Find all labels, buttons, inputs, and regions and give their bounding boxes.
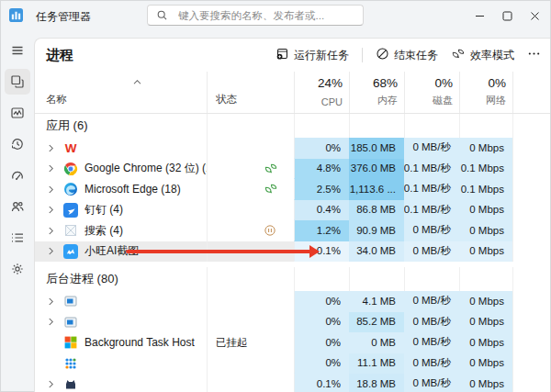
process-name-cell bbox=[35, 291, 207, 312]
sidebar-item-details[interactable] bbox=[5, 225, 30, 251]
network-value-cell: 0 Mbps bbox=[459, 353, 512, 375]
sidebar-item-services[interactable] bbox=[5, 256, 30, 282]
process-name-cell bbox=[35, 353, 207, 375]
pause-icon bbox=[264, 224, 276, 237]
toolbar-divider bbox=[362, 48, 363, 62]
process-name: 小旺AI截图 bbox=[84, 243, 139, 259]
expand-chevron-icon[interactable] bbox=[48, 246, 61, 256]
cpu-value-cell: 2.5% bbox=[294, 179, 349, 200]
sidebar-item-menu[interactable] bbox=[5, 38, 30, 63]
section-label: 应用 (6) bbox=[35, 114, 207, 138]
process-row[interactable]: 0%85.2 MB0 MB/秒0 Mbps bbox=[35, 312, 550, 333]
disk-value-cell: 0 MB/秒 bbox=[404, 138, 459, 159]
cpu-value-cell: 0% bbox=[294, 312, 349, 333]
column-name[interactable]: 名称 bbox=[35, 72, 207, 113]
close-button[interactable] bbox=[521, 1, 548, 30]
dark-icon bbox=[63, 376, 78, 391]
window-icon bbox=[63, 315, 78, 330]
edge-icon bbox=[63, 182, 78, 196]
minimize-button[interactable] bbox=[466, 1, 493, 30]
column-header: 名称 状态 24% CPU 68% 内存 0% 磁盘 0% 网络 bbox=[35, 72, 550, 114]
startup-icon bbox=[10, 168, 25, 183]
more-options-button[interactable] bbox=[527, 47, 541, 63]
users-icon bbox=[10, 199, 25, 214]
process-row[interactable]: Microsoft Edge (18)2.5%1,113.6 ...0.1 MB… bbox=[35, 179, 550, 200]
network-value-cell: 0.1 Mbps bbox=[459, 159, 512, 180]
process-status-cell bbox=[207, 220, 294, 241]
memory-value-cell: 185.0 MB bbox=[349, 138, 404, 159]
process-name-cell: 小旺AI截图 bbox=[35, 241, 207, 263]
expand-chevron-icon[interactable] bbox=[48, 297, 61, 307]
cpu-value-cell: 0.1% bbox=[294, 374, 349, 392]
process-row[interactable]: 0.1%18.8 MB0 MB/秒0 Mbps bbox=[35, 374, 550, 392]
sidebar-item-performance[interactable] bbox=[5, 100, 30, 126]
process-status-cell bbox=[207, 312, 294, 333]
sidebar-item-users[interactable] bbox=[5, 194, 30, 219]
expand-chevron-icon[interactable] bbox=[48, 379, 61, 389]
memory-total-percent: 68% bbox=[373, 76, 398, 90]
memory-value-cell: 1,113.6 ... bbox=[349, 179, 404, 200]
run-new-task-button[interactable]: 运行新任务 bbox=[276, 47, 349, 63]
leaf-icon bbox=[264, 183, 278, 196]
cpu-value-cell: 0.1% bbox=[294, 241, 349, 263]
network-value-cell: 0 Mbps bbox=[459, 138, 512, 159]
process-status-cell bbox=[207, 374, 294, 392]
end-task-button[interactable]: 结束任务 bbox=[376, 47, 438, 63]
expand-chevron-icon[interactable] bbox=[48, 317, 61, 327]
process-row[interactable]: 0%11.1 MB0 MB/秒0 Mbps bbox=[35, 353, 550, 375]
column-memory[interactable]: 68% 内存 bbox=[349, 72, 404, 113]
end-task-icon bbox=[376, 47, 389, 63]
process-table: 应用 (6)W0%185.0 MB0 MB/秒0 MbpsGoogle Chro… bbox=[35, 114, 550, 392]
process-row[interactable]: 搜索 (4)1.2%90.9 MB0 MB/秒0 Mbps bbox=[35, 220, 550, 241]
process-status-cell bbox=[207, 200, 294, 221]
details-icon bbox=[10, 230, 25, 245]
window-controls bbox=[466, 1, 548, 30]
process-row[interactable]: Background Task Host已挂起0%0 MB0 MB/秒0 Mbp… bbox=[35, 332, 550, 353]
column-spacer bbox=[512, 72, 550, 113]
process-status-cell bbox=[207, 138, 294, 159]
disk-value-cell: 0 MB/秒 bbox=[404, 332, 459, 353]
column-cpu[interactable]: 24% CPU bbox=[294, 72, 349, 113]
process-row[interactable]: 0%4.1 MB0 MB/秒0 Mbps bbox=[35, 291, 550, 312]
memory-value-cell: 18.8 MB bbox=[349, 374, 404, 392]
network-value-cell: 0 Mbps bbox=[459, 200, 512, 221]
expand-chevron-icon[interactable] bbox=[48, 185, 61, 195]
process-name-cell: 钉钉 (4) bbox=[35, 200, 207, 221]
sort-ascending-icon bbox=[132, 76, 142, 87]
expand-chevron-icon[interactable] bbox=[48, 205, 61, 215]
disk-value-cell: 0.1 MB/秒 bbox=[404, 200, 459, 221]
disk-value-cell: 0.1 MB/秒 bbox=[404, 179, 459, 200]
sidebar-item-app-history[interactable] bbox=[5, 131, 30, 157]
cpu-value-cell: 1.2% bbox=[294, 220, 349, 241]
maximize-button[interactable] bbox=[493, 1, 521, 30]
services-icon bbox=[10, 262, 25, 276]
disk-value-cell: 0 MB/秒 bbox=[404, 291, 459, 312]
titlebar: 任务管理器 bbox=[1, 1, 550, 30]
mslogo-icon bbox=[63, 335, 78, 350]
network-value-cell: 0 Mbps bbox=[459, 241, 512, 263]
expand-chevron-icon[interactable] bbox=[48, 143, 61, 153]
efficiency-mode-button[interactable]: 效率模式 bbox=[451, 48, 514, 63]
process-row[interactable]: W0%185.0 MB0 MB/秒0 Mbps bbox=[35, 138, 550, 159]
disk-value-cell: 0 MB/秒 bbox=[404, 241, 459, 263]
expand-chevron-icon[interactable] bbox=[48, 226, 61, 236]
menu-icon bbox=[10, 43, 25, 58]
task-manager-window: 任务管理器 进程 运行新任务 bbox=[0, 0, 551, 392]
sidebar-item-processes[interactable] bbox=[5, 69, 30, 95]
status-text: 已挂起 bbox=[216, 336, 248, 350]
processes-icon bbox=[10, 74, 25, 89]
process-row[interactable]: 小旺AI截图0.1%34.0 MB0 MB/秒0 Mbps bbox=[35, 241, 550, 263]
window-icon bbox=[63, 294, 78, 308]
column-status[interactable]: 状态 bbox=[207, 72, 294, 113]
process-name: Microsoft Edge (18) bbox=[84, 183, 181, 196]
expand-chevron-icon[interactable] bbox=[48, 163, 61, 174]
chrome-icon bbox=[63, 162, 78, 176]
process-row[interactable]: Google Chrome (32 位) (11)4.8%376.0 MB0.1… bbox=[35, 159, 550, 180]
process-row[interactable]: 钉钉 (4)0.4%86.8 MB0.1 MB/秒0 Mbps bbox=[35, 200, 550, 221]
column-network[interactable]: 0% 网络 bbox=[459, 72, 512, 113]
search-box[interactable] bbox=[147, 5, 364, 26]
memory-value-cell: 4.1 MB bbox=[349, 291, 404, 312]
search-input[interactable] bbox=[176, 9, 357, 22]
column-disk[interactable]: 0% 磁盘 bbox=[404, 72, 459, 113]
sidebar-item-startup-apps[interactable] bbox=[5, 162, 30, 188]
